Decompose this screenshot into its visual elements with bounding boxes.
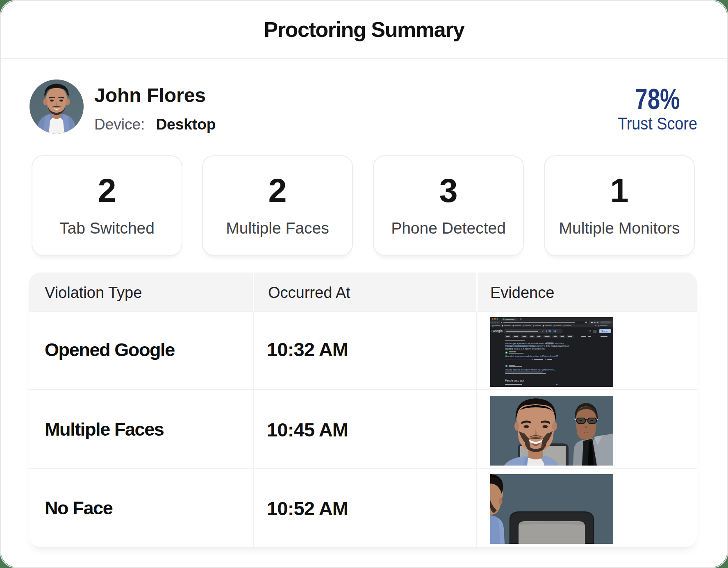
svg-text:People also ask: People also ask [505,379,524,382]
svg-text:PyImport_ImportModule("<module: PyImport_ImportModule("<modulename>"); i… [505,345,569,347]
svg-text:You can get a pointer to the m: You can get a pointer to the module obje… [505,342,564,345]
svg-text:How to access a module written: How to access a module written in Python… [505,368,555,371]
svg-text:Sign in: Sign in [601,330,607,332]
svg-text:Google: Google [491,329,503,333]
svg-text:imported yet (i.e. it is not y: imported yet (i.e. it is not yet present… [505,348,545,350]
svg-text:How do I access a module writt: How do I access a module written in Pyth… [505,355,558,357]
